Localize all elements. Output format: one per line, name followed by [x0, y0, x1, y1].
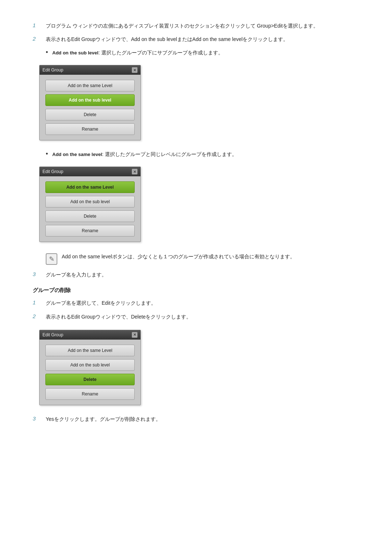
dialog-1-btn-same-level[interactable]: Add on the same Level: [45, 80, 135, 91]
bullet-2-label: Add on the same level: [52, 152, 102, 157]
dialog-3-btn-same-level[interactable]: Add on the same Level: [45, 345, 135, 356]
dialog-1-btn-rename[interactable]: Rename: [45, 123, 135, 135]
dialog-3: Edit Group ✕ Add on the same Level Add o…: [39, 330, 141, 405]
dialog-2-btn-delete[interactable]: Delete: [45, 210, 135, 222]
dialog-1-btn-sub-level[interactable]: Add on the sub level: [45, 94, 135, 106]
dialog-2-title: Edit Group: [42, 169, 63, 174]
dialog-1-title: Edit Group: [42, 67, 63, 73]
dialog-2-btn-rename[interactable]: Rename: [45, 225, 135, 237]
bullet-1-label: Add on the sub level: [52, 50, 98, 56]
step-1-number: 1: [33, 22, 46, 28]
step-3-number: 3: [33, 271, 46, 277]
bullet-2: • Add on the same level: 選択したグループと同じレベルに…: [46, 150, 359, 159]
main-content: 1 プログラム ウィンドウの左側にあるディスプレイ装置リストのセクションを右クリ…: [33, 22, 359, 423]
note-icon: ✎: [46, 253, 57, 265]
bullet-1-text: 選択したグループの下にサブグループを作成します。: [100, 50, 223, 56]
step-2-text: 表示されるEdit Groupウィンドウで、Add on the sub lev…: [46, 35, 359, 44]
step-1: 1 プログラム ウィンドウの左側にあるディスプレイ装置リストのセクションを右クリ…: [33, 22, 359, 30]
bullet-2-content: Add on the same level: 選択したグループと同じレベルにグル…: [52, 150, 359, 159]
dialog-3-btn-sub-level[interactable]: Add on the sub level: [45, 359, 135, 371]
note-box: ✎ Add on the same levelボタンは、少なくとも１つのグループ…: [46, 253, 359, 265]
dialog-3-btn-delete[interactable]: Delete: [45, 374, 135, 385]
bullet-2-dot: •: [46, 150, 52, 158]
bullet-1: • Add on the sub level: 選択したグループの下にサブグルー…: [46, 49, 359, 57]
dialog-3-titlebar: Edit Group ✕: [40, 330, 140, 340]
dialog-1: Edit Group ✕ Add on the same Level Add o…: [39, 65, 141, 140]
dialog-3-body: Add on the same Level Add on the sub lev…: [40, 340, 140, 405]
dialog-3-btn-rename[interactable]: Rename: [45, 388, 135, 400]
dialog-2-titlebar: Edit Group ✕: [40, 167, 140, 176]
step-2: 2 表示されるEdit Groupウィンドウで、Add on the sub l…: [33, 35, 359, 44]
bullet-2-text: 選択したグループと同じレベルにグループを作成します。: [103, 151, 237, 157]
dialog-2-btn-sub-level[interactable]: Add on the sub level: [45, 196, 135, 208]
dialog-2-btn-same-level[interactable]: Add on the same Level: [45, 181, 135, 193]
dialog-2-close-button[interactable]: ✕: [132, 169, 138, 175]
note-text: Add on the same levelボタンは、少なくとも１つのグループが作…: [62, 253, 359, 261]
del-step-3-number: 3: [33, 415, 46, 422]
dialog-2-body: Add on the same Level Add on the sub lev…: [40, 176, 140, 242]
dialog-1-body: Add on the same Level Add on the sub lev…: [40, 75, 140, 140]
step-3-text: グループ名を入力します。: [46, 271, 359, 279]
step-1-text: プログラム ウィンドウの左側にあるディスプレイ装置リストのセクションを右クリック…: [46, 22, 359, 30]
dialog-3-close-button[interactable]: ✕: [132, 332, 138, 338]
section-heading-delete: グループの削除: [33, 287, 359, 294]
dialog-2: Edit Group ✕ Add on the same Level Add o…: [39, 167, 141, 242]
del-step-3-text: Yesをクリックします。グループが削除されます。: [46, 415, 359, 423]
bullet-1-dot: •: [46, 49, 52, 56]
bullet-1-content: Add on the sub level: 選択したグループの下にサブグループを…: [52, 49, 359, 57]
step-3: 3 グループ名を入力します。: [33, 271, 359, 279]
del-step-2-number: 2: [33, 313, 46, 319]
del-step-1-text: グループ名を選択して、Editをクリックします。: [46, 299, 359, 307]
del-step-2-text: 表示されるEdit Groupウィンドウで、Deleteをクリックします。: [46, 313, 359, 321]
del-step-1-number: 1: [33, 299, 46, 305]
del-step-1: 1 グループ名を選択して、Editをクリックします。: [33, 299, 359, 307]
dialog-3-title: Edit Group: [42, 332, 63, 337]
dialog-1-close-button[interactable]: ✕: [132, 67, 138, 73]
del-step-2: 2 表示されるEdit Groupウィンドウで、Deleteをクリックします。: [33, 313, 359, 321]
del-step-3: 3 Yesをクリックします。グループが削除されます。: [33, 415, 359, 423]
dialog-1-btn-delete[interactable]: Delete: [45, 109, 135, 120]
dialog-1-titlebar: Edit Group ✕: [40, 65, 140, 75]
step-2-number: 2: [33, 35, 46, 42]
